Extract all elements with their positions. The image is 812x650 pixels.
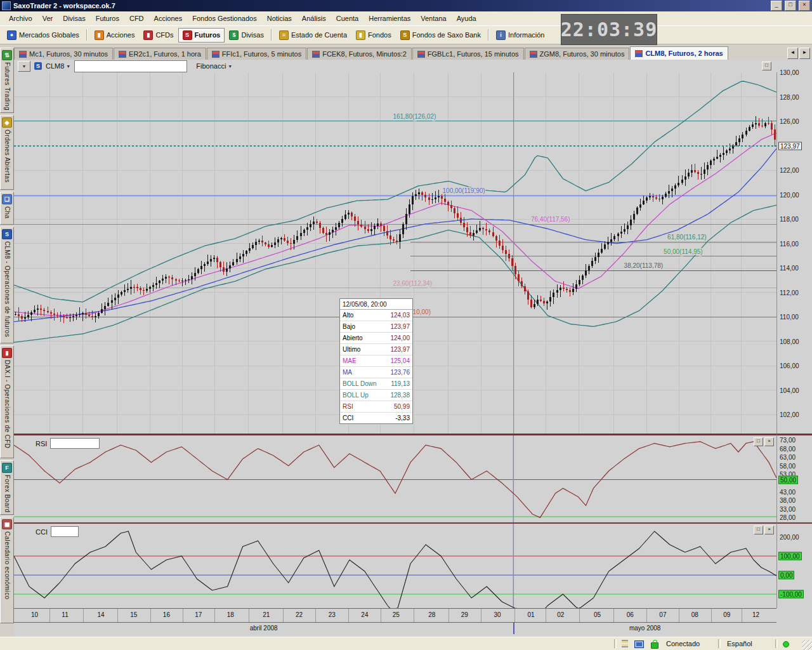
chevron-down-icon: ▼ xyxy=(228,64,232,69)
symbol-selector[interactable]: CLM8 ▼ xyxy=(46,62,70,70)
tab-fcek8-futuros-minutos-2[interactable]: FCEK8, Futuros, Minutos:2 xyxy=(307,48,412,60)
rsi-period-input[interactable] xyxy=(50,438,100,449)
tab-scroll-left-button[interactable]: ◄ xyxy=(787,48,798,59)
time-axis-separator xyxy=(679,609,679,623)
chart-search-input[interactable] xyxy=(74,60,187,72)
toolbar-button-futuros[interactable]: SFuturos xyxy=(178,28,225,43)
toolbar-button-fondos-de-saxo-bank[interactable]: SFondos de Saxo Bank xyxy=(396,28,485,43)
sidebar-item-label: CLM8 - Operaciones de futuros xyxy=(4,241,11,337)
lock-icon xyxy=(651,642,658,649)
time-axis-day-label: 06 xyxy=(627,611,634,618)
sidebar-item-label: Futures Trading xyxy=(4,62,11,110)
chart-tooltip: 12/05/08, 20:00 Alto124,03Bajo123,97Abie… xyxy=(339,298,413,424)
tab-clm8-futuros-2-horas[interactable]: CLM8, Futuros, 2 horas xyxy=(630,46,728,60)
time-axis-day-label: 24 xyxy=(361,611,368,618)
tooltip-row-value: 50,99 xyxy=(394,402,410,411)
futures-icon: S xyxy=(183,30,192,40)
tooltip-row-value: 123,97 xyxy=(390,345,410,354)
time-axis-day-label: 05 xyxy=(594,611,601,618)
price-axis-label: 112,00 xyxy=(780,289,799,296)
sidebar-item-forex-board[interactable]: FForex Board xyxy=(0,460,14,515)
svg-text:50,00(114,95): 50,00(114,95) xyxy=(664,248,703,255)
sidebar-item-label: DAX.I - Operaciones de CFD xyxy=(4,360,11,448)
toolbar-button-mercados-globales[interactable]: ●Mercados Globales xyxy=(3,28,84,43)
menu-item-ventana[interactable]: Ventana xyxy=(416,12,451,25)
chart-menu-button[interactable]: ▼ xyxy=(18,61,30,72)
chart-maximize-button[interactable]: □ xyxy=(762,62,771,70)
maximize-button[interactable]: □ xyxy=(785,1,796,11)
menu-item-ayuda[interactable]: Ayuda xyxy=(452,12,481,25)
toolbar-button-acciones[interactable]: ▮Acciones xyxy=(90,28,140,43)
menu-item-cfd[interactable]: CFD xyxy=(124,12,149,25)
cci-canvas[interactable]: CCI □ × xyxy=(14,522,776,608)
toolbar-button-informacion[interactable]: iInformación xyxy=(492,28,549,43)
resize-grip[interactable] xyxy=(802,640,812,650)
svg-text:100,00(119,90): 100,00(119,90) xyxy=(443,187,485,194)
time-axis-separator xyxy=(514,609,515,623)
menu-item-divisas[interactable]: Divisas xyxy=(58,12,90,25)
cci-period-input[interactable] xyxy=(51,526,79,537)
tab-ffic1-futuros-5-minutos[interactable]: FFIc1, Futuros, 5 minutos xyxy=(207,48,306,60)
rsi-axis-label: 28,00 xyxy=(780,514,796,521)
svg-text:61,80(116,12): 61,80(116,12) xyxy=(667,234,707,241)
menu-item-futuros[interactable]: Futuros xyxy=(91,12,124,25)
toolbar-button-estado-de-cuenta[interactable]: ≡Estado de Cuenta xyxy=(275,28,351,43)
toolbar-button-cfds[interactable]: ▮CFDs xyxy=(139,28,178,43)
tooltip-row-boll-down: BOLL Down119,13 xyxy=(340,378,412,390)
close-button[interactable]: × xyxy=(799,1,810,11)
tab-zgm8-futuros-30-minutos[interactable]: ZGM8, Futuros, 30 minutos xyxy=(525,48,630,60)
tooltip-timestamp: 12/05/08, 20:00 xyxy=(340,299,412,310)
toolbar-button-label: Mercados Globales xyxy=(19,31,79,39)
time-axis-days: 1011141516171821222324252829300102050607… xyxy=(14,608,776,623)
cci-close-button[interactable]: × xyxy=(764,526,774,534)
tooltip-row-value: 128,38 xyxy=(390,391,410,399)
menu-item-analisis[interactable]: Análisis xyxy=(297,12,331,25)
rsi-close-button[interactable]: × xyxy=(764,437,774,446)
instrument-chart-icon xyxy=(212,51,219,58)
sidebar-item-calendario-economico[interactable]: ▦Calendario económico xyxy=(0,517,14,623)
instrument-chart-icon xyxy=(119,51,126,58)
tab-scroll-right-button[interactable]: ► xyxy=(799,48,810,59)
menu-item-acciones[interactable]: Acciones xyxy=(149,12,188,25)
study-selector[interactable]: Fibonacci ▼ xyxy=(196,62,232,70)
forex-board-icon: F xyxy=(2,463,12,473)
sidebar-item-futures-trading[interactable]: ⇅Futures Trading xyxy=(0,48,14,113)
rsi-axis: 73,0068,0063,0058,0053,0043,0038,0033,00… xyxy=(776,434,812,522)
toolbar-button-label: Estado de Cuenta xyxy=(291,31,347,39)
saxo-funds-icon: S xyxy=(400,30,410,40)
tab-er2c1-futuros-1-hora[interactable]: ER2c1, Futuros, 1 hora xyxy=(114,48,206,60)
minimize-button[interactable]: _ xyxy=(771,1,782,11)
price-axis-label: 114,00 xyxy=(780,265,799,272)
sidebar-item-cha[interactable]: ❏Cha xyxy=(0,192,14,225)
rsi-canvas[interactable]: RSI □ × xyxy=(14,434,776,522)
toolbar-button-fondos[interactable]: ▮Fondos xyxy=(351,28,396,43)
tooltip-row-label: CCI xyxy=(343,414,353,422)
tab-fgblc1-futuros-15-minutos[interactable]: FGBLc1, Futuros, 15 minutos xyxy=(412,48,524,60)
rsi-maximize-button[interactable]: □ xyxy=(754,437,763,446)
toolbar-button-label: Fondos xyxy=(368,31,391,39)
sidebar-item-ordenes-abiertas[interactable]: ◆Órdenes Abiertas xyxy=(0,115,14,190)
time-axis-day-label: 25 xyxy=(393,611,400,618)
toolbar-separator xyxy=(488,29,489,41)
menu-item-cuenta[interactable]: Cuenta xyxy=(331,12,363,25)
time-axis-day-label: 08 xyxy=(691,611,698,618)
calendar-icon: ▦ xyxy=(2,519,12,529)
price-axis-label: 104,00 xyxy=(780,387,799,394)
menu-item-archivo[interactable]: Archivo xyxy=(4,12,37,25)
tooltip-row-label: MAE xyxy=(343,357,357,365)
cci-maximize-button[interactable]: □ xyxy=(754,526,763,534)
sidebar-item-dax-i-operaciones-de-cfd[interactable]: ▮DAX.I - Operaciones de CFD xyxy=(0,345,14,458)
menu-item-fondos-gestionados[interactable]: Fondos Gestionados xyxy=(187,12,262,25)
menu-item-noticias[interactable]: Noticias xyxy=(262,12,297,25)
time-axis-months: abril 2008mayo 2008 xyxy=(14,622,776,634)
chevron-down-icon: ▼ xyxy=(22,64,27,69)
price-axis-label: 102,00 xyxy=(780,411,799,418)
price-axis-label: 110,00 xyxy=(780,314,799,321)
menu-item-herramientas[interactable]: Herramientas xyxy=(363,12,416,25)
tab-mc1-futuros-30-minutos[interactable]: Mc1, Futuros, 30 minutos xyxy=(14,48,113,60)
toolbar-button-divisas[interactable]: $Divisas xyxy=(225,28,268,43)
menu-item-ver[interactable]: Ver xyxy=(37,12,58,25)
sidebar-item-clm8-operaciones-de-futuros[interactable]: SCLM8 - Operaciones de futuros xyxy=(0,227,14,343)
time-axis-separator xyxy=(348,609,349,623)
instrument-chart-icon xyxy=(19,51,27,58)
